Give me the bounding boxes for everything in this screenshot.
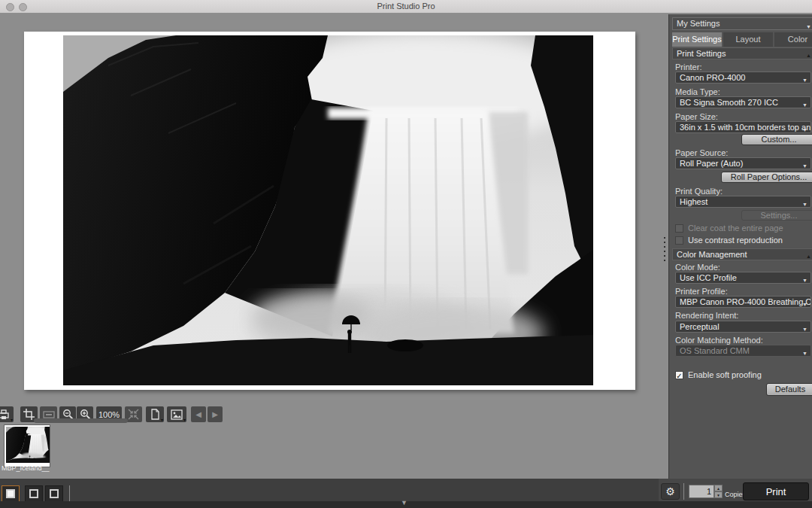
- paper-size-dropdown[interactable]: 36in x 1.5 with 10cm borders top and... …: [675, 121, 811, 133]
- panel-splitter-grip[interactable]: [662, 234, 667, 263]
- view-mode-single-button[interactable]: [2, 485, 20, 502]
- print-quality-label: Print Quality:: [675, 187, 723, 196]
- print-studio-pro-window: Print Studio Pro: [0, 0, 812, 508]
- paper-source-dropdown[interactable]: Roll Paper (Auto) ▼: [675, 157, 811, 169]
- thumbnail-filename: MBP_Iceland__: [2, 464, 62, 472]
- dropdown-arrow-icon: ▼: [802, 161, 807, 169]
- page-view-button[interactable]: ▾: [146, 406, 164, 422]
- page-icon: [150, 409, 160, 420]
- color-mode-value: Use ICC Profile: [680, 273, 737, 282]
- soft-proofing-checkbox-row[interactable]: ✓ Enable soft proofing: [675, 370, 762, 379]
- tab-label: Layout: [735, 35, 760, 44]
- media-type-dropdown[interactable]: BC Signa Smooth 270 ICC ▼: [675, 96, 811, 108]
- color-mode-dropdown[interactable]: Use ICC Profile ▼: [675, 272, 811, 284]
- color-management-section-header[interactable]: Color Management ▲: [672, 248, 812, 260]
- preview-photo: [63, 35, 593, 385]
- view-mode-full-button[interactable]: [45, 485, 63, 502]
- preview-canvas: ▾: [0, 14, 668, 480]
- image-icon: [171, 409, 183, 420]
- printer-icon: [0, 409, 10, 421]
- print-preview-paper: [24, 32, 635, 390]
- button-label: Custom...: [761, 135, 796, 144]
- printer-value: Canon PRO-4000: [680, 73, 745, 82]
- divider: [69, 485, 70, 502]
- view-mode-border-button[interactable]: [25, 485, 43, 502]
- crop-icon: [23, 409, 35, 420]
- dropdown-arrow-icon: ▼: [806, 21, 811, 32]
- print-button[interactable]: Print: [743, 482, 809, 500]
- image-thumbnail[interactable]: [4, 424, 50, 467]
- rendering-intent-dropdown[interactable]: Perceptual ▼: [675, 321, 811, 333]
- quality-settings-button[interactable]: Settings...: [741, 210, 812, 221]
- dropdown-arrow-icon: ▼: [802, 348, 807, 357]
- dropdown-arrow-icon: ▼: [802, 300, 807, 308]
- copies-input[interactable]: 1: [689, 485, 714, 498]
- next-image-button[interactable]: ▶: [208, 406, 223, 422]
- printer-profile-dropdown[interactable]: MBP Canon PRO-4000 Breathing Col... ▼: [675, 296, 811, 308]
- back-arrow-icon: ◀: [195, 410, 201, 418]
- roll-paper-options-button[interactable]: Roll Paper Options...: [721, 172, 812, 183]
- rendering-intent-value: Perceptual: [680, 322, 720, 331]
- tab-color-settings[interactable]: Color Setting: [774, 32, 812, 47]
- window-title: Print Studio Pro: [0, 2, 812, 11]
- print-settings-section-header[interactable]: Print Settings ▲: [672, 47, 812, 59]
- settings-panel: My Settings ▼ Print Settings Layout Colo…: [668, 14, 812, 479]
- checkbox-unchecked-icon[interactable]: [675, 236, 683, 245]
- copies-increment-button[interactable]: ▲: [714, 485, 723, 491]
- dropdown-arrow-icon: ▼: [802, 275, 807, 284]
- paper-source-value: Roll Paper (Auto): [680, 159, 743, 168]
- waterfall-photo: [63, 35, 593, 385]
- color-mode-label: Color Mode:: [675, 263, 720, 272]
- section-title: Print Settings: [677, 49, 726, 58]
- previous-image-button[interactable]: ◀: [191, 406, 206, 422]
- gear-icon: ⚙: [665, 485, 675, 497]
- section-title: Color Management: [677, 250, 747, 259]
- paper-source-label: Paper Source:: [675, 148, 728, 157]
- page-setup-button[interactable]: ▾: [0, 406, 14, 422]
- defaults-button[interactable]: Defaults: [766, 383, 812, 396]
- printer-profile-value: MBP Canon PRO-4000 Breathing Col...: [680, 297, 811, 306]
- my-settings-dropdown[interactable]: My Settings ▼: [672, 17, 812, 30]
- button-label: Roll Paper Options...: [731, 172, 807, 181]
- title-bar: Print Studio Pro: [0, 0, 812, 14]
- collapse-arrow-icon: ▲: [806, 251, 811, 262]
- horizontal-scrollbar[interactable]: [34, 418, 128, 423]
- custom-paper-size-button[interactable]: Custom...: [741, 134, 812, 145]
- color-matching-label: Color Matching Method:: [675, 336, 763, 345]
- printer-dropdown[interactable]: Canon PRO-4000 ▼: [675, 71, 811, 84]
- tab-layout[interactable]: Layout: [723, 32, 773, 47]
- clear-coat-checkbox-row[interactable]: Clear coat the entire page: [675, 224, 783, 233]
- paper-size-label: Paper Size:: [675, 112, 718, 121]
- proof-view-button[interactable]: ▾: [167, 406, 186, 422]
- copies-stepper: ▲ ▼: [714, 485, 723, 498]
- print-controls: ⚙ 1 ▲ ▼ Copies Print: [659, 479, 812, 501]
- tab-print-settings[interactable]: Print Settings: [672, 32, 722, 47]
- thumbnail-waterfall-image: [6, 427, 50, 463]
- print-button-label: Print: [766, 486, 786, 497]
- rendering-intent-label: Rendering Intent:: [675, 311, 738, 320]
- print-quality-value: Highest: [680, 197, 707, 206]
- media-type-label: Media Type:: [675, 87, 720, 96]
- checkbox-unchecked-icon[interactable]: [675, 224, 683, 233]
- printer-profile-label: Printer Profile:: [675, 287, 728, 296]
- print-quality-dropdown[interactable]: Highest ▼: [675, 196, 811, 208]
- checkbox-label: Clear coat the entire page: [688, 224, 783, 233]
- expand-handle-icon[interactable]: ▼: [401, 500, 408, 506]
- settings-gear-button[interactable]: ⚙: [661, 483, 680, 500]
- forward-arrow-icon: ▶: [212, 410, 218, 418]
- menu-indicator-icon: ▾: [183, 418, 186, 422]
- button-label: Settings...: [761, 211, 798, 220]
- copies-decrement-button[interactable]: ▼: [714, 491, 723, 498]
- dropdown-arrow-icon: ▼: [802, 100, 807, 108]
- divider: [683, 483, 684, 500]
- bottom-bar: ⚙ 1 ▲ ▼ Copies Print ▼: [0, 479, 812, 508]
- checkbox-checked-icon[interactable]: ✓: [675, 371, 683, 379]
- checkbox-label: Enable soft proofing: [688, 370, 762, 379]
- menu-indicator-icon: ▾: [161, 418, 163, 422]
- contrast-reproduction-checkbox-row[interactable]: Use contrast reproduction: [675, 236, 783, 245]
- tab-label: Print Settings: [672, 35, 721, 44]
- dropdown-arrow-icon: ▼: [802, 75, 807, 84]
- checkbox-label: Use contrast reproduction: [688, 236, 783, 245]
- color-matching-dropdown[interactable]: OS Standard CMM ▼: [675, 345, 811, 357]
- paper-size-value: 36in x 1.5 with 10cm borders top and...: [680, 123, 811, 132]
